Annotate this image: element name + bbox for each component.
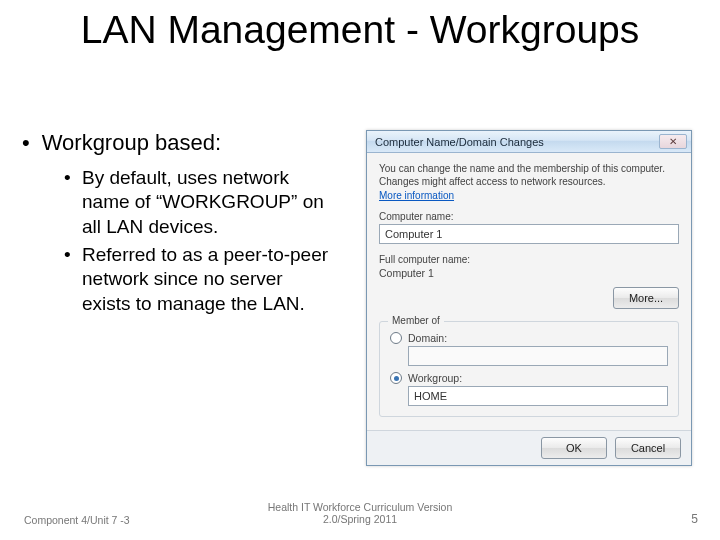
dialog-title: Computer Name/Domain Changes [375,136,544,148]
bullet-level2: •By default, uses network name of “WORKG… [64,166,344,239]
footer-center-line1: Health IT Workforce Curriculum Version [0,501,720,514]
workgroup-radio-row[interactable]: Workgroup: [390,372,668,384]
more-button[interactable]: More... [613,287,679,309]
slide: LAN Management - Workgroups Workgroup ba… [0,0,720,540]
ok-button[interactable]: OK [541,437,607,459]
cancel-button[interactable]: Cancel [615,437,681,459]
computer-name-label: Computer name: [379,211,679,222]
dialog-titlebar: Computer Name/Domain Changes ✕ [367,131,691,153]
footer-center: Health IT Workforce Curriculum Version 2… [0,501,720,526]
dialog-footer: OK Cancel [367,430,691,465]
bullet-text: Referred to as a peer-to-peer network si… [82,243,332,316]
dialog-description: You can change the name and the membersh… [379,163,679,188]
member-of-group: Member of Domain: Workgroup: [379,321,679,417]
close-icon: ✕ [669,136,677,147]
bullet-text: By default, uses network name of “WORKGR… [82,166,332,239]
radio-icon [390,372,402,384]
dialog-computer-name-changes: Computer Name/Domain Changes ✕ You can c… [366,130,692,466]
footer-center-line2: 2.0/Spring 2011 [0,513,720,526]
workgroup-radio-label: Workgroup: [408,372,462,384]
full-computer-name-label: Full computer name: [379,254,679,265]
bullet-dot-icon: • [64,243,82,267]
close-button[interactable]: ✕ [659,134,687,149]
domain-radio-row[interactable]: Domain: [390,332,668,344]
group-title: Member of [388,315,444,326]
full-computer-name-value: Computer 1 [379,267,679,279]
more-information-link[interactable]: More information [379,190,454,201]
computer-name-input[interactable] [379,224,679,244]
domain-input[interactable] [408,346,668,366]
bullet-level2: •Referred to as a peer-to-peer network s… [64,243,344,316]
dialog-body: You can change the name and the membersh… [367,153,691,425]
radio-icon [390,332,402,344]
workgroup-input[interactable] [408,386,668,406]
slide-title: LAN Management - Workgroups [0,0,720,53]
page-number: 5 [691,512,698,526]
bullet-dot-icon: • [64,166,82,190]
domain-radio-label: Domain: [408,332,447,344]
